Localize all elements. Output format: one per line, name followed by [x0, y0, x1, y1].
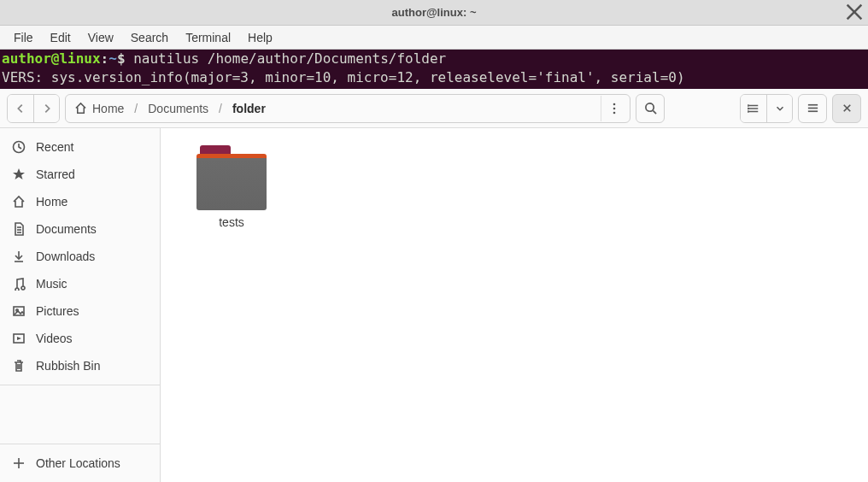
folder-item-tests[interactable]: tests [185, 145, 279, 229]
sidebar: Recent Starred Home Documents Downloads … [0, 128, 161, 482]
view-dropdown-button[interactable] [766, 95, 792, 122]
svg-point-12 [748, 111, 748, 112]
sidebar-item-documents[interactable]: Documents [0, 215, 160, 243]
sidebar-separator [0, 385, 160, 385]
files-view[interactable]: tests [161, 128, 868, 482]
nav-buttons [7, 94, 60, 123]
nautilus-header-bar: Home / Documents / folder [0, 89, 868, 128]
menu-edit[interactable]: Edit [42, 27, 79, 48]
path-bar: Home / Documents / folder [65, 94, 630, 123]
sidebar-item-home[interactable]: Home [0, 188, 160, 215]
sidebar-item-downloads[interactable]: Downloads [0, 243, 160, 270]
menu-file[interactable]: File [5, 27, 42, 48]
menu-view[interactable]: View [79, 27, 122, 48]
svg-marker-19 [13, 168, 25, 179]
sidebar-item-recent[interactable]: Recent [0, 133, 160, 161]
terminal-output[interactable]: author@linux:~$ nautilus /home/author/Do… [0, 50, 868, 89]
nautilus-close-button[interactable] [832, 94, 861, 123]
list-view-button[interactable] [741, 95, 766, 122]
nautilus-window: Home / Documents / folder [0, 89, 868, 482]
terminal-command: nautilus /home/author/Documents/folder [133, 50, 446, 67]
svg-point-3 [613, 107, 615, 109]
sidebar-item-starred[interactable]: Starred [0, 161, 160, 188]
search-button[interactable] [636, 94, 665, 123]
folder-label: tests [219, 215, 244, 229]
window-close-button[interactable] [846, 3, 863, 21]
svg-point-5 [645, 103, 653, 111]
svg-point-2 [613, 103, 615, 105]
nautilus-body: Recent Starred Home Documents Downloads … [0, 128, 868, 482]
sidebar-item-trash[interactable]: Rubbish Bin [0, 352, 160, 379]
breadcrumb-current[interactable]: folder [227, 98, 271, 119]
sidebar-item-music[interactable]: Music [0, 270, 160, 297]
breadcrumb-separator: / [134, 102, 138, 115]
breadcrumb-documents[interactable]: Documents [143, 98, 214, 119]
path-menu-button[interactable] [601, 96, 626, 121]
menu-help[interactable]: Help [239, 27, 281, 48]
svg-point-4 [613, 111, 615, 114]
svg-point-11 [748, 108, 748, 109]
breadcrumb-separator: / [219, 102, 222, 115]
hamburger-menu-button[interactable] [798, 94, 827, 123]
menu-search[interactable]: Search [122, 27, 177, 48]
folder-icon [196, 145, 267, 210]
sidebar-item-other-locations[interactable]: Other Locations [0, 450, 160, 477]
svg-marker-28 [17, 337, 21, 340]
terminal-path: ~ [108, 50, 117, 67]
back-button[interactable] [8, 95, 33, 122]
svg-line-6 [653, 110, 656, 114]
breadcrumb-home[interactable]: Home [69, 98, 129, 119]
svg-point-10 [748, 105, 748, 106]
window-title: author@linux: ~ [392, 6, 477, 19]
sidebar-separator [0, 444, 160, 444]
terminal-stdout-line: VERS: sys.version_info(major=3, minor=10… [2, 69, 685, 85]
sidebar-item-videos[interactable]: Videos [0, 325, 160, 352]
menubar: File Edit View Search Terminal Help [0, 26, 868, 50]
window-title-bar: author@linux: ~ [0, 0, 868, 26]
sidebar-item-pictures[interactable]: Pictures [0, 297, 160, 325]
menu-terminal[interactable]: Terminal [177, 27, 239, 48]
view-mode-combo [740, 94, 793, 123]
forward-button[interactable] [33, 95, 59, 122]
terminal-user: author@linux [2, 50, 101, 67]
